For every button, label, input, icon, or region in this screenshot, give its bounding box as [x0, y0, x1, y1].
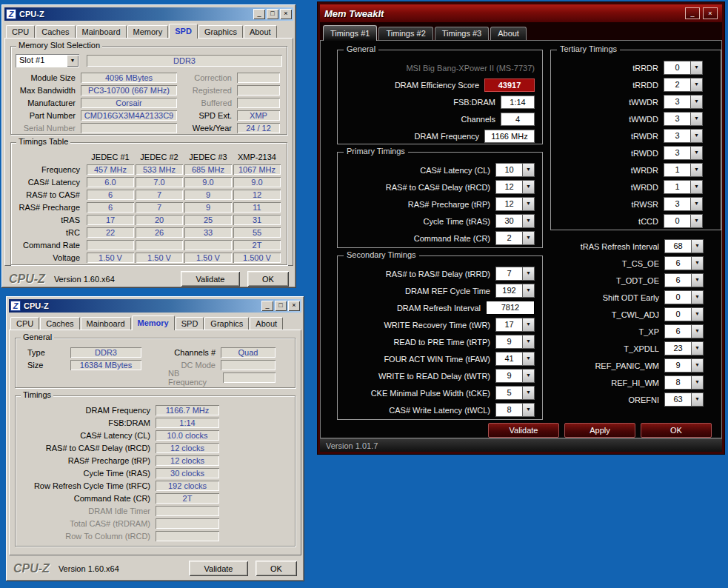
- close-button[interactable]: ×: [280, 9, 292, 19]
- maximize-button[interactable]: □: [275, 301, 287, 311]
- chevron-down-icon[interactable]: ▼: [691, 341, 704, 355]
- timing-select[interactable]: 41 ▼: [495, 352, 535, 366]
- timing-select[interactable]: 12 ▼: [495, 180, 535, 194]
- tab[interactable]: SPD: [176, 317, 204, 330]
- timing-select[interactable]: 0 ▼: [664, 307, 704, 321]
- chevron-down-icon[interactable]: ▼: [522, 403, 535, 417]
- chevron-down-icon[interactable]: ▼: [522, 318, 535, 332]
- slot-select[interactable]: Slot #1 ▼: [16, 54, 79, 67]
- timing-select[interactable]: 9 ▼: [664, 358, 704, 372]
- tab[interactable]: About: [490, 27, 527, 40]
- tab[interactable]: Graphics: [204, 317, 249, 330]
- maximize-button[interactable]: □: [267, 9, 278, 19]
- tab[interactable]: Memory: [132, 315, 175, 330]
- minimize-button[interactable]: _: [685, 7, 700, 19]
- tab[interactable]: About: [244, 25, 277, 38]
- chevron-down-icon[interactable]: ▼: [522, 369, 535, 383]
- timing-select[interactable]: 3 ▼: [664, 146, 703, 160]
- chevron-down-icon[interactable]: ▼: [522, 197, 535, 211]
- chevron-down-icon[interactable]: ▼: [691, 358, 704, 372]
- timing-select[interactable]: 68 ▼: [664, 239, 704, 253]
- timing-select[interactable]: 0 ▼: [664, 61, 703, 75]
- timing-select[interactable]: 0 ▼: [664, 214, 703, 228]
- chevron-down-icon[interactable]: ▼: [67, 55, 79, 67]
- timing-select[interactable]: 9 ▼: [495, 335, 535, 349]
- chevron-down-icon[interactable]: ▼: [690, 61, 703, 75]
- tab[interactable]: About: [250, 317, 283, 330]
- chevron-down-icon[interactable]: ▼: [691, 256, 704, 270]
- title-bar[interactable]: Z CPU-Z _ □ ×: [9, 299, 301, 313]
- chevron-down-icon[interactable]: ▼: [522, 386, 535, 400]
- timing-select[interactable]: 10 ▼: [495, 163, 535, 177]
- timing-select[interactable]: 5 ▼: [495, 386, 535, 400]
- timing-select[interactable]: 17 ▼: [495, 318, 535, 332]
- timing-select[interactable]: 1 ▼: [664, 180, 703, 194]
- chevron-down-icon[interactable]: ▼: [522, 163, 535, 177]
- timing-select[interactable]: 8 ▼: [495, 403, 535, 417]
- timing-select[interactable]: 3 ▼: [664, 95, 703, 109]
- chevron-down-icon[interactable]: ▼: [522, 267, 535, 281]
- minimize-button[interactable]: _: [253, 9, 265, 19]
- chevron-down-icon[interactable]: ▼: [522, 335, 535, 349]
- tab[interactable]: Caches: [36, 25, 75, 38]
- chevron-down-icon[interactable]: ▼: [690, 129, 703, 143]
- title-bar[interactable]: Z CPU-Z _ □ ×: [4, 7, 293, 21]
- timing-select[interactable]: 8 ▼: [664, 375, 704, 390]
- timing-select[interactable]: 1 ▼: [664, 163, 703, 177]
- chevron-down-icon[interactable]: ▼: [690, 197, 703, 211]
- timing-select[interactable]: 7 ▼: [495, 267, 535, 281]
- chevron-down-icon[interactable]: ▼: [522, 352, 535, 366]
- tab[interactable]: Mainboard: [76, 25, 127, 38]
- chevron-down-icon[interactable]: ▼: [690, 95, 703, 109]
- tab[interactable]: SPD: [169, 24, 198, 39]
- validate-button[interactable]: Validate: [488, 423, 559, 438]
- timing-select[interactable]: 0 ▼: [664, 290, 704, 304]
- close-button[interactable]: ×: [288, 301, 300, 311]
- chevron-down-icon[interactable]: ▼: [522, 180, 535, 194]
- tab[interactable]: Timings #1: [323, 25, 377, 41]
- timing-select[interactable]: 63 ▼: [664, 392, 704, 407]
- chevron-down-icon[interactable]: ▼: [522, 231, 535, 245]
- validate-button[interactable]: Validate: [189, 561, 248, 576]
- chevron-down-icon[interactable]: ▼: [691, 290, 704, 304]
- chevron-down-icon[interactable]: ▼: [690, 78, 703, 92]
- chevron-down-icon[interactable]: ▼: [690, 180, 703, 194]
- chevron-down-icon[interactable]: ▼: [691, 239, 704, 253]
- chevron-down-icon[interactable]: ▼: [691, 273, 704, 287]
- chevron-down-icon[interactable]: ▼: [691, 307, 704, 321]
- tab[interactable]: Graphics: [198, 25, 243, 38]
- timing-select[interactable]: 3 ▼: [664, 112, 703, 126]
- minimize-button[interactable]: _: [261, 301, 273, 311]
- tab[interactable]: CPU: [6, 25, 35, 38]
- chevron-down-icon[interactable]: ▼: [691, 324, 704, 338]
- tab[interactable]: Memory: [127, 25, 169, 38]
- timing-select[interactable]: 6 ▼: [664, 256, 704, 270]
- tab[interactable]: Timings #3: [435, 27, 489, 40]
- tab[interactable]: CPU: [10, 317, 39, 330]
- timing-select[interactable]: 23 ▼: [664, 341, 704, 355]
- timing-select[interactable]: 3 ▼: [664, 197, 703, 211]
- timing-select[interactable]: 192 ▼: [495, 284, 535, 298]
- chevron-down-icon[interactable]: ▼: [522, 214, 535, 228]
- chevron-down-icon[interactable]: ▼: [691, 375, 704, 390]
- chevron-down-icon[interactable]: ▼: [690, 214, 703, 228]
- tab[interactable]: Caches: [40, 317, 79, 330]
- timing-select[interactable]: 6 ▼: [664, 273, 704, 287]
- timing-select[interactable]: 30 ▼: [495, 214, 535, 228]
- chevron-down-icon[interactable]: ▼: [690, 146, 703, 160]
- timing-select[interactable]: 3 ▼: [664, 129, 703, 143]
- timing-select[interactable]: 6 ▼: [664, 324, 704, 338]
- chevron-down-icon[interactable]: ▼: [690, 163, 703, 177]
- ok-button[interactable]: OK: [641, 423, 712, 438]
- validate-button[interactable]: Validate: [181, 271, 240, 287]
- timing-select[interactable]: 2 ▼: [664, 78, 703, 92]
- title-bar[interactable]: Mem TweakIt _ ×: [320, 4, 722, 22]
- chevron-down-icon[interactable]: ▼: [690, 112, 703, 126]
- chevron-down-icon[interactable]: ▼: [522, 284, 535, 298]
- close-button[interactable]: ×: [703, 7, 718, 19]
- ok-button[interactable]: OK: [256, 561, 297, 576]
- apply-button[interactable]: Apply: [564, 423, 635, 438]
- timing-select[interactable]: 12 ▼: [495, 197, 535, 211]
- tab[interactable]: Mainboard: [81, 317, 131, 330]
- timing-select[interactable]: 2 ▼: [495, 231, 535, 245]
